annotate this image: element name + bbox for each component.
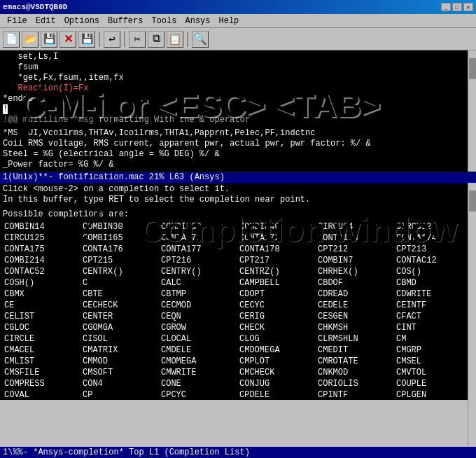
completion-item[interactable]: CONTA171 — [160, 233, 238, 244]
completion-item[interactable]: CONJUG — [238, 378, 316, 389]
completion-item[interactable]: CONTA172 — [238, 233, 316, 244]
menu-options[interactable]: Options — [60, 15, 104, 27]
completion-item[interactable]: CLOCAL — [160, 333, 238, 345]
completion-item[interactable]: CPDELE — [238, 389, 316, 400]
completion-item[interactable]: CLRMSHLN — [316, 333, 395, 345]
completion-item[interactable]: CONTA178 — [238, 244, 316, 255]
menu-ansys[interactable]: Ansys — [181, 15, 214, 27]
menu-buffers[interactable]: Buffers — [104, 15, 147, 27]
completion-scrollbar[interactable] — [468, 183, 476, 447]
completion-item[interactable]: CP — [81, 389, 160, 400]
completion-item[interactable]: CPT216 — [160, 255, 238, 266]
completion-item[interactable]: CMEDIT — [316, 345, 395, 356]
completion-item[interactable]: CECYC — [238, 300, 316, 311]
completion-item[interactable]: CPT215 — [81, 255, 160, 266]
completion-item[interactable]: CLOG — [238, 333, 316, 345]
completion-item[interactable]: CONTAC12 — [395, 255, 473, 266]
completion-item[interactable]: CHRHEX() — [316, 266, 395, 277]
completion-item[interactable]: CMLIST — [3, 356, 81, 367]
completion-item[interactable]: CNKMOD — [316, 367, 395, 378]
completion-item[interactable]: CGOMGA — [81, 322, 160, 333]
completion-item[interactable]: CIRCU94 — [316, 221, 395, 233]
close-button[interactable]: ✕ — [463, 3, 473, 11]
save-as-button[interactable]: 💾 — [78, 31, 95, 48]
completion-item[interactable]: CENTRY() — [160, 266, 238, 277]
completion-scroll-thumb[interactable] — [469, 190, 476, 211]
maximize-button[interactable]: □ — [452, 3, 462, 11]
completion-item[interactable]: CIRCU124 — [395, 221, 473, 233]
editor-pane[interactable]: set,Ls,I fsum *get,Fx,fsum,,item,fx Reac… — [0, 50, 476, 172]
completion-item[interactable]: CMSFILE — [3, 367, 81, 378]
completion-item[interactable]: CE — [3, 300, 81, 311]
completion-item[interactable]: CMOMEGA — [160, 356, 238, 367]
completion-item[interactable]: CDOPT — [238, 289, 316, 300]
menu-tools[interactable]: Tools — [147, 15, 181, 27]
completion-item[interactable]: CMGRP — [395, 345, 473, 356]
save-button[interactable]: 💾 — [41, 31, 57, 48]
completion-item[interactable]: CMACEL — [3, 345, 81, 356]
completion-item[interactable]: CPT213 — [395, 244, 473, 255]
completion-item[interactable]: CINT — [395, 322, 473, 333]
completion-item[interactable]: CON4 — [81, 378, 160, 389]
completion-item[interactable]: CERIG — [238, 311, 316, 322]
completion-item[interactable]: COMBIN39 — [160, 221, 238, 233]
completion-item[interactable]: CEDELE — [316, 300, 395, 311]
copy-button[interactable]: ⧉ — [148, 31, 164, 48]
completion-item[interactable]: CMMOD — [81, 356, 160, 367]
completion-item[interactable]: CGROW — [160, 322, 238, 333]
completion-item[interactable]: CALC — [160, 277, 238, 289]
completion-item[interactable]: CBMD — [395, 277, 473, 289]
completion-item[interactable]: CENTRX() — [81, 266, 160, 277]
completion-item[interactable]: CENTER — [81, 311, 160, 322]
completion-item[interactable]: CPT212 — [316, 244, 395, 255]
completion-item[interactable]: CMROTATE — [316, 356, 395, 367]
completion-item[interactable]: COMPRESS — [3, 378, 81, 389]
menu-file[interactable]: File — [3, 15, 31, 27]
completion-item[interactable]: CELIST — [3, 311, 81, 322]
completion-item[interactable]: COMBI214 — [3, 255, 81, 266]
completion-item[interactable]: COMBIN40 — [238, 221, 316, 233]
completion-item[interactable]: CECMOD — [160, 300, 238, 311]
menu-help[interactable]: Help — [215, 15, 244, 27]
completion-item[interactable]: CONE — [160, 378, 238, 389]
completion-item[interactable]: CMATRIX — [81, 345, 160, 356]
completion-item[interactable]: CESGEN — [316, 311, 395, 322]
completion-item[interactable]: CONTA177 — [160, 244, 238, 255]
completion-item[interactable]: CEQN — [160, 311, 238, 322]
completion-item[interactable]: CEINTF — [395, 300, 473, 311]
paste-button[interactable]: 📋 — [167, 31, 183, 48]
completion-item[interactable]: COSH() — [3, 277, 81, 289]
completion-item[interactable]: CMSOFT — [81, 367, 160, 378]
completion-item[interactable]: CPLGEN — [395, 389, 473, 400]
completion-item[interactable]: CPINTF — [316, 389, 395, 400]
completion-item[interactable]: CMDOMEGA — [238, 345, 316, 356]
completion-item[interactable]: CMVTOL — [395, 367, 473, 378]
undo-button[interactable]: ↩ — [104, 31, 120, 48]
completion-item[interactable]: CPCYC — [160, 389, 238, 400]
completion-item[interactable]: CECHECK — [81, 300, 160, 311]
completion-item[interactable]: CONTA174 — [395, 233, 473, 244]
completion-item[interactable]: CIRCLE — [3, 333, 81, 345]
completion-item[interactable]: CONTAC52 — [3, 266, 81, 277]
cut-button[interactable]: ✂ — [129, 31, 146, 48]
completion-item[interactable]: COUPLE — [395, 378, 473, 389]
completion-item[interactable]: CHECK — [238, 322, 316, 333]
completion-item[interactable]: CBDOF — [316, 277, 395, 289]
editor-scrollbar[interactable] — [468, 50, 476, 172]
completion-item[interactable]: CENTRZ() — [238, 266, 316, 277]
completion-item[interactable]: CMSEL — [395, 356, 473, 367]
completion-item[interactable]: CDWRITE — [395, 289, 473, 300]
completion-item[interactable]: CMDELE — [160, 345, 238, 356]
completion-item[interactable]: COVAL — [3, 389, 81, 400]
completion-item[interactable]: CGLOC — [3, 322, 81, 333]
completion-item[interactable]: CMWRITE — [160, 367, 238, 378]
completion-item[interactable]: COMBIN7 — [316, 255, 395, 266]
completion-item[interactable]: CONTA173 — [316, 233, 395, 244]
completion-item[interactable]: C — [81, 277, 160, 289]
completion-item[interactable]: CPT217 — [238, 255, 316, 266]
completion-item[interactable]: CORIOLIS — [316, 378, 395, 389]
completion-item[interactable]: CBTE — [81, 289, 160, 300]
open-file-button[interactable]: 📂 — [22, 31, 38, 48]
completion-item[interactable]: CBMX — [3, 289, 81, 300]
editor-scroll-thumb[interactable] — [469, 58, 476, 79]
